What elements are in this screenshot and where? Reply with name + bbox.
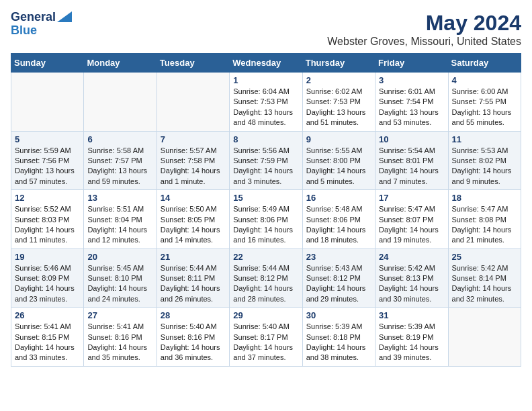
day-number: 31 bbox=[379, 310, 444, 320]
calendar-week-row: 19Sunrise: 5:46 AMSunset: 8:09 PMDayligh… bbox=[11, 248, 521, 308]
calendar-cell: 16Sunrise: 5:48 AMSunset: 8:06 PMDayligh… bbox=[302, 190, 375, 249]
calendar-cell: 4Sunrise: 6:00 AMSunset: 7:55 PMDaylight… bbox=[448, 73, 521, 132]
calendar-cell: 26Sunrise: 5:41 AMSunset: 8:15 PMDayligh… bbox=[11, 308, 84, 367]
calendar-cell: 9Sunrise: 5:55 AMSunset: 8:00 PMDaylight… bbox=[302, 131, 375, 190]
cell-info: Daylight: 14 hours bbox=[233, 342, 298, 353]
weekday-header-row: SundayMondayTuesdayWednesdayThursdayFrid… bbox=[11, 54, 521, 73]
calendar-cell bbox=[448, 308, 521, 367]
cell-info: Daylight: 13 hours bbox=[452, 107, 517, 118]
cell-info: Daylight: 14 hours bbox=[233, 225, 298, 235]
cell-info: Daylight: 14 hours bbox=[87, 283, 152, 293]
cell-info: Sunrise: 6:04 AM bbox=[233, 87, 298, 97]
cell-info: Sunrise: 5:52 AM bbox=[15, 204, 80, 214]
cell-info: Daylight: 13 hours bbox=[379, 107, 444, 118]
calendar-cell: 29Sunrise: 5:40 AMSunset: 8:17 PMDayligh… bbox=[230, 308, 302, 367]
day-number: 22 bbox=[233, 252, 298, 262]
logo-line1: General bbox=[11, 11, 56, 24]
cell-info: Sunset: 7:53 PM bbox=[306, 97, 371, 107]
cell-info: Sunrise: 5:49 AM bbox=[233, 204, 298, 214]
day-number: 2 bbox=[306, 75, 371, 85]
day-number: 25 bbox=[452, 252, 517, 262]
cell-info: Sunset: 8:16 PM bbox=[87, 332, 152, 342]
day-number: 21 bbox=[161, 252, 226, 262]
calendar-cell: 18Sunrise: 5:47 AMSunset: 8:08 PMDayligh… bbox=[448, 190, 521, 249]
day-number: 30 bbox=[306, 310, 371, 320]
day-number: 26 bbox=[15, 310, 80, 320]
cell-info: Sunrise: 5:53 AM bbox=[452, 146, 517, 156]
cell-info: and 24 minutes. bbox=[87, 294, 152, 304]
cell-info: Daylight: 14 hours bbox=[306, 342, 371, 353]
calendar-cell: 6Sunrise: 5:58 AMSunset: 7:57 PMDaylight… bbox=[84, 131, 157, 190]
cell-info: and 23 minutes. bbox=[15, 294, 80, 304]
cell-info: Daylight: 14 hours bbox=[306, 283, 371, 293]
logo: General Blue bbox=[11, 11, 72, 38]
cell-info: Daylight: 14 hours bbox=[233, 166, 298, 176]
calendar-cell: 11Sunrise: 5:53 AMSunset: 8:02 PMDayligh… bbox=[448, 131, 521, 190]
cell-info: Daylight: 14 hours bbox=[161, 166, 226, 176]
day-number: 28 bbox=[161, 310, 226, 320]
cell-info: Daylight: 14 hours bbox=[379, 225, 444, 235]
calendar-cell: 12Sunrise: 5:52 AMSunset: 8:03 PMDayligh… bbox=[11, 190, 84, 249]
calendar-cell: 10Sunrise: 5:54 AMSunset: 8:01 PMDayligh… bbox=[375, 131, 448, 190]
cell-info: Daylight: 14 hours bbox=[452, 283, 517, 293]
cell-info: and 19 minutes. bbox=[379, 235, 444, 245]
cell-info: Sunset: 8:06 PM bbox=[306, 215, 371, 225]
cell-info: and 16 minutes. bbox=[233, 235, 298, 245]
cell-info: Daylight: 14 hours bbox=[379, 283, 444, 293]
cell-info: Sunset: 8:08 PM bbox=[452, 215, 517, 225]
cell-info: Daylight: 13 hours bbox=[233, 107, 298, 118]
weekday-header-saturday: Saturday bbox=[448, 54, 521, 73]
cell-info: Sunset: 7:57 PM bbox=[87, 156, 152, 166]
cell-info: Daylight: 14 hours bbox=[233, 283, 298, 293]
cell-info: Sunrise: 5:47 AM bbox=[452, 204, 517, 214]
cell-info: Sunrise: 5:59 AM bbox=[15, 146, 80, 156]
cell-info: Sunrise: 5:43 AM bbox=[306, 263, 371, 273]
cell-info: Sunset: 8:04 PM bbox=[87, 215, 152, 225]
cell-info: Sunset: 8:10 PM bbox=[87, 273, 152, 283]
calendar-cell: 30Sunrise: 5:39 AMSunset: 8:18 PMDayligh… bbox=[302, 308, 375, 367]
cell-info: Sunrise: 5:42 AM bbox=[452, 263, 517, 273]
cell-info: Sunset: 8:11 PM bbox=[161, 273, 226, 283]
cell-info: and 18 minutes. bbox=[306, 235, 371, 245]
cell-info: Sunset: 8:05 PM bbox=[161, 215, 226, 225]
day-number: 27 bbox=[87, 310, 152, 320]
cell-info: and 39 minutes. bbox=[379, 353, 444, 363]
cell-info: Sunrise: 5:46 AM bbox=[15, 263, 80, 273]
cell-info: and 59 minutes. bbox=[87, 177, 152, 187]
calendar-cell: 13Sunrise: 5:51 AMSunset: 8:04 PMDayligh… bbox=[84, 190, 157, 249]
weekday-header-monday: Monday bbox=[84, 54, 157, 73]
weekday-header-tuesday: Tuesday bbox=[157, 54, 229, 73]
calendar-week-row: 5Sunrise: 5:59 AMSunset: 7:56 PMDaylight… bbox=[11, 131, 521, 190]
calendar-cell: 7Sunrise: 5:57 AMSunset: 7:58 PMDaylight… bbox=[157, 131, 229, 190]
cell-info: and 33 minutes. bbox=[15, 353, 80, 363]
cell-info: and 12 minutes. bbox=[87, 235, 152, 245]
weekday-header-friday: Friday bbox=[375, 54, 448, 73]
day-number: 20 bbox=[87, 252, 152, 262]
weekday-header-wednesday: Wednesday bbox=[230, 54, 302, 73]
day-number: 16 bbox=[306, 193, 371, 203]
cell-info: Sunset: 8:15 PM bbox=[15, 332, 80, 342]
cell-info: Sunset: 8:09 PM bbox=[15, 273, 80, 283]
cell-info: Sunset: 7:55 PM bbox=[452, 97, 517, 107]
day-number: 18 bbox=[452, 193, 517, 203]
cell-info: Daylight: 14 hours bbox=[15, 342, 80, 353]
cell-info: Daylight: 14 hours bbox=[87, 225, 152, 235]
calendar-cell: 21Sunrise: 5:44 AMSunset: 8:11 PMDayligh… bbox=[157, 248, 229, 308]
logo-text: General Blue bbox=[11, 11, 72, 38]
calendar-cell bbox=[84, 73, 157, 132]
cell-info: Daylight: 14 hours bbox=[161, 342, 226, 353]
cell-info: Sunset: 8:18 PM bbox=[306, 332, 371, 342]
cell-info: Sunset: 7:58 PM bbox=[161, 156, 226, 166]
day-number: 5 bbox=[15, 134, 80, 144]
cell-info: Sunrise: 5:45 AM bbox=[87, 263, 152, 273]
day-number: 23 bbox=[306, 252, 371, 262]
day-number: 12 bbox=[15, 193, 80, 203]
cell-info: Sunrise: 6:02 AM bbox=[306, 87, 371, 97]
cell-info: Sunset: 8:12 PM bbox=[306, 273, 371, 283]
cell-info: Sunset: 8:03 PM bbox=[15, 215, 80, 225]
cell-info: Daylight: 13 hours bbox=[87, 166, 152, 176]
cell-info: and 1 minute. bbox=[161, 177, 226, 187]
cell-info: and 35 minutes. bbox=[87, 353, 152, 363]
calendar-cell: 27Sunrise: 5:41 AMSunset: 8:16 PMDayligh… bbox=[84, 308, 157, 367]
day-number: 6 bbox=[87, 134, 152, 144]
